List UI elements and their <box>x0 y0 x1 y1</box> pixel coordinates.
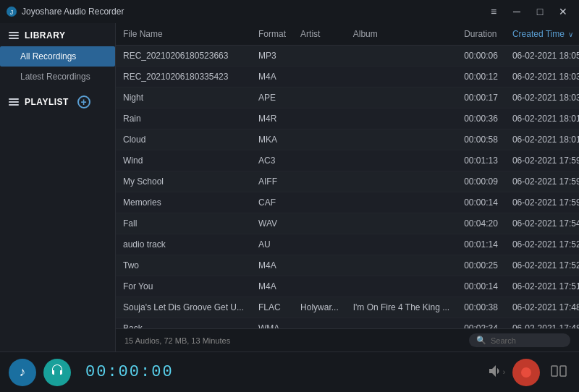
col-header-artist[interactable]: Artist <box>293 23 346 46</box>
cell-filename: My School <box>116 171 251 192</box>
player-controls: › <box>487 359 570 386</box>
music-btn[interactable]: ♪ <box>9 359 36 386</box>
app-logo: J <box>6 6 17 17</box>
cell-created: 06-02-2021 18:03 <box>505 67 579 88</box>
split-button[interactable] <box>547 361 570 384</box>
table-row[interactable]: Rain M4R 00:00:36 06-02-2021 18:01 <box>116 108 579 129</box>
cell-duration: 00:00:14 <box>457 276 505 297</box>
record-button[interactable] <box>512 359 540 386</box>
svg-rect-3 <box>560 366 566 376</box>
volume-icon <box>487 364 502 381</box>
library-header: LIBRARY <box>0 23 115 46</box>
maximize-btn[interactable]: □ <box>530 4 550 19</box>
cell-duration: 00:00:36 <box>457 108 505 129</box>
volume-button[interactable]: › <box>487 364 505 381</box>
cell-artist <box>293 171 346 192</box>
col-header-album[interactable]: Album <box>346 23 457 46</box>
col-header-filename[interactable]: File Name <box>116 23 251 46</box>
music-icon: ♪ <box>20 365 26 380</box>
headphone-btn[interactable] <box>43 359 71 386</box>
cell-duration: 00:01:13 <box>457 150 505 171</box>
playlist-header: PLAYLIST + <box>0 87 115 114</box>
table-row[interactable]: REC_20210206180335423 M4A 00:00:12 06-02… <box>116 67 579 88</box>
close-btn[interactable]: ✕ <box>553 4 573 19</box>
table-row[interactable]: audio track AU 00:01:14 06-02-2021 17:52 <box>116 234 579 255</box>
split-icon <box>551 365 567 380</box>
cell-filename: Souja's Let Dis Groove Get U... <box>116 297 251 318</box>
cell-created: 06-02-2021 17:59 <box>505 150 579 171</box>
playlist-menu-icon[interactable] <box>9 98 19 106</box>
search-box[interactable]: 🔍 <box>469 333 570 347</box>
cell-artist <box>293 129 346 150</box>
table-row[interactable]: Cloud MKA 00:00:58 06-02-2021 18:01 <box>116 129 579 150</box>
cell-format: WMA <box>251 318 293 329</box>
library-menu-icon[interactable] <box>9 32 19 39</box>
cell-filename: audio track <box>116 234 251 255</box>
table-row[interactable]: Two M4A 00:00:25 06-02-2021 17:52 <box>116 255 579 276</box>
minimize-btn[interactable]: ─ <box>507 4 527 19</box>
main-layout: LIBRARY All Recordings Latest Recordings… <box>0 23 579 351</box>
headphone-icon <box>50 363 64 381</box>
cell-created: 06-02-2021 17:52 <box>505 255 579 276</box>
cell-created: 06-02-2021 17:48 <box>505 297 579 318</box>
cell-album <box>346 234 457 255</box>
table-row[interactable]: Wind AC3 00:01:13 06-02-2021 17:59 <box>116 150 579 171</box>
cell-filename: Back <box>116 318 251 329</box>
table-row[interactable]: Fall WAV 00:04:20 06-02-2021 17:54 <box>116 213 579 234</box>
cell-format: M4A <box>251 255 293 276</box>
cell-album <box>346 255 457 276</box>
volume-chevron-icon: › <box>503 368 505 376</box>
menu-btn[interactable]: ≡ <box>483 4 504 19</box>
table-row[interactable]: Memories CAF 00:00:14 06-02-2021 17:59 <box>116 192 579 213</box>
playlist-label: PLAYLIST <box>25 97 69 107</box>
cell-album <box>346 171 457 192</box>
cell-duration: 00:00:25 <box>457 255 505 276</box>
cell-created: 06-02-2021 17:51 <box>505 276 579 297</box>
table-row[interactable]: My School AIFF 00:00:09 06-02-2021 17:59 <box>116 171 579 192</box>
sidebar-item-all-recordings[interactable]: All Recordings <box>0 46 115 67</box>
cell-created: 06-02-2021 17:59 <box>505 171 579 192</box>
title-bar: J Joyoshare Audio Recorder ≡ ─ □ ✕ <box>0 0 579 23</box>
bottom-bar: ♪ 00:00:00 › <box>0 351 579 392</box>
cell-artist <box>293 318 346 329</box>
cell-duration: 00:00:38 <box>457 297 505 318</box>
recordings-table: File Name Format Artist Album Duration C… <box>116 23 579 328</box>
col-header-duration[interactable]: Duration <box>457 23 505 46</box>
cell-artist: Holywar... <box>293 297 346 318</box>
cell-filename: Memories <box>116 192 251 213</box>
cell-album <box>346 276 457 297</box>
add-playlist-button[interactable]: + <box>77 95 90 108</box>
cell-artist <box>293 88 346 108</box>
cell-created: 06-02-2021 17:48 <box>505 318 579 329</box>
content-area: File Name Format Artist Album Duration C… <box>116 23 579 351</box>
cell-artist <box>293 234 346 255</box>
cell-album <box>346 88 457 108</box>
table-row[interactable]: Souja's Let Dis Groove Get U... FLAC Hol… <box>116 297 579 318</box>
cell-format: FLAC <box>251 297 293 318</box>
table-row[interactable]: REC_20210206180523663 MP3 00:00:06 06-02… <box>116 46 579 67</box>
cell-artist <box>293 150 346 171</box>
table-row[interactable]: For You M4A 00:00:14 06-02-2021 17:51 <box>116 276 579 297</box>
cell-created: 06-02-2021 17:59 <box>505 192 579 213</box>
cell-format: AC3 <box>251 150 293 171</box>
table-row[interactable]: Night APE 00:00:17 06-02-2021 18:03 <box>116 88 579 108</box>
recordings-table-container[interactable]: File Name Format Artist Album Duration C… <box>116 23 579 328</box>
table-row[interactable]: Back WMA 00:02:34 06-02-2021 17:48 <box>116 318 579 329</box>
cell-album <box>346 213 457 234</box>
cell-format: MP3 <box>251 46 293 67</box>
cell-album <box>346 150 457 171</box>
cell-filename: Two <box>116 255 251 276</box>
sidebar-item-latest-recordings[interactable]: Latest Recordings <box>0 67 115 87</box>
cell-format: M4A <box>251 276 293 297</box>
cell-filename: Fall <box>116 213 251 234</box>
col-header-format[interactable]: Format <box>251 23 293 46</box>
search-input[interactable] <box>491 336 563 345</box>
cell-duration: 00:00:58 <box>457 129 505 150</box>
cell-format: MKA <box>251 129 293 150</box>
cell-artist <box>293 108 346 129</box>
cell-duration: 00:00:09 <box>457 171 505 192</box>
cell-duration: 00:00:06 <box>457 46 505 67</box>
col-header-created[interactable]: Created Time ∨ <box>505 23 579 46</box>
cell-format: CAF <box>251 192 293 213</box>
cell-album <box>346 46 457 67</box>
